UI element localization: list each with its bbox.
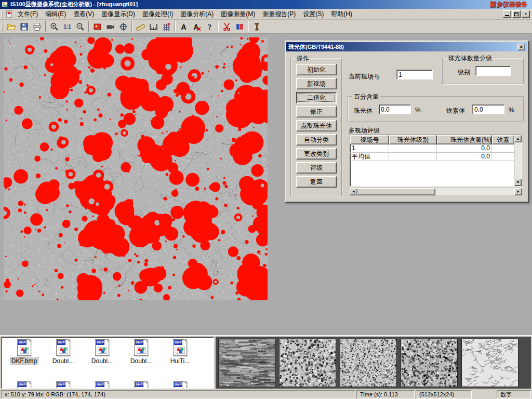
file-item[interactable]: BMP: [44, 381, 83, 389]
zoom-in-button[interactable]: [48, 21, 60, 33]
multiview-label: 多视场评级: [349, 126, 380, 135]
zoom-out-button[interactable]: [74, 21, 86, 33]
workspace: 珠光体(GB/T9441-88) × 操作 初始化 新视场 二值化 修正 点取珠…: [0, 34, 532, 335]
new-field-button[interactable]: 新视场: [296, 78, 337, 89]
table-vscrollbar[interactable]: ▲ ▼: [514, 135, 522, 186]
toolbar-grip[interactable]: [2, 23, 3, 31]
header-field-no[interactable]: 视场号: [350, 135, 389, 144]
document-icon[interactable]: [6, 10, 13, 18]
table-row[interactable]: 平均值 0.0: [350, 153, 514, 161]
text-style-button[interactable]: A: [191, 21, 203, 33]
dialog-close-button[interactable]: ×: [517, 44, 525, 50]
open-button[interactable]: [5, 21, 17, 33]
compare-icon: [235, 22, 244, 31]
thumbnail-1[interactable]: [218, 339, 275, 387]
grade-button[interactable]: 评级: [296, 162, 337, 174]
file-item[interactable]: BMP: [161, 381, 200, 389]
grid-button[interactable]: [161, 21, 172, 33]
file-item[interactable]: BMP Doubl...: [122, 339, 161, 365]
header-pearlite-grade[interactable]: 珠光体级别: [389, 135, 437, 144]
file-name[interactable]: HuiTi...: [169, 357, 191, 365]
scroll-right-icon[interactable]: ►: [514, 188, 522, 195]
menu-help[interactable]: 帮助(H): [327, 9, 356, 20]
hscroll-thumb[interactable]: [357, 188, 435, 195]
header-ferrite[interactable]: 铁素: [492, 135, 514, 144]
file-item[interactable]: BMP HuiTi...: [161, 339, 200, 365]
mdi-close-button[interactable]: ×: [522, 10, 530, 18]
text-label-button[interactable]: A: [178, 21, 190, 33]
header-pearlite-content[interactable]: 珠光体含量(%): [437, 135, 492, 144]
svg-text:?: ?: [208, 22, 211, 31]
file-item[interactable]: BMP Doubl...: [83, 339, 122, 365]
menu-settings[interactable]: 设置(S): [299, 9, 327, 20]
statusbar: x: 510 y: 79 idx: 0 RGB: (174, 174, 174)…: [0, 390, 532, 399]
save-button[interactable]: [18, 21, 30, 33]
current-view-input[interactable]: [396, 70, 433, 79]
caliper-button[interactable]: [148, 21, 159, 33]
menu-image-measure[interactable]: 图像测量(M): [217, 9, 259, 20]
change-class-button[interactable]: 更改类别: [296, 148, 337, 159]
menu-file[interactable]: 文件(F): [14, 9, 42, 20]
zoom-in-icon: [50, 22, 59, 31]
bmp-label: BMP: [96, 382, 104, 387]
overlay-button[interactable]: [91, 21, 103, 33]
save-icon: [20, 22, 29, 31]
table-row[interactable]: 1 0.0: [350, 144, 514, 153]
compare-button[interactable]: [234, 21, 246, 33]
file-item[interactable]: BMP DKF.bmp: [5, 339, 44, 365]
actual-size-button[interactable]: 1:1: [61, 21, 73, 33]
dialog-title: 珠光体(GB/T9441-88): [288, 43, 344, 51]
correct-button[interactable]: 修正: [296, 106, 337, 117]
watermark-text: 新乡仪器设备: [490, 0, 530, 9]
bmp-file-icon: BMP: [134, 339, 148, 356]
return-button[interactable]: 返回: [296, 176, 337, 188]
pearlite-percent-input[interactable]: [379, 104, 411, 114]
binarize-dialog-button[interactable]: 二值化: [296, 92, 337, 103]
dialog-titlebar[interactable]: 珠光体(GB/T9441-88) ×: [286, 42, 527, 51]
file-name[interactable]: Doubl...: [129, 357, 153, 365]
metallograph-image[interactable]: [4, 37, 268, 300]
help-button[interactable]: ?: [204, 21, 216, 33]
table-hscrollbar[interactable]: ◄ ►: [350, 188, 522, 195]
scissors-icon: [222, 22, 231, 31]
menu-view[interactable]: 查看(V): [70, 9, 98, 20]
vscroll-track[interactable]: [514, 142, 522, 179]
grade-input[interactable]: [475, 66, 511, 76]
binarize-button[interactable]: [221, 21, 233, 33]
scroll-left-icon[interactable]: ◄: [350, 188, 357, 195]
menu-image-process[interactable]: 图像处理(I): [139, 9, 177, 20]
init-button[interactable]: 初始化: [296, 64, 337, 75]
thumbnail-4[interactable]: [401, 339, 458, 387]
bmp-label: BMP: [57, 340, 65, 345]
thumbnail-2[interactable]: [279, 339, 336, 387]
toolbar-separator: [248, 21, 249, 32]
scroll-up-icon[interactable]: ▲: [514, 135, 522, 142]
menu-image-analysis[interactable]: 图像分析(A): [177, 9, 217, 20]
ferrite-percent-input[interactable]: [472, 104, 504, 114]
auto-classify-button[interactable]: 自动分类: [296, 134, 337, 145]
file-item[interactable]: BMP: [83, 381, 122, 389]
file-item[interactable]: BMP Doubl...: [44, 339, 83, 365]
file-item[interactable]: BMP: [122, 381, 161, 389]
hscroll-track[interactable]: [435, 188, 514, 195]
file-row: BMP DKF.bmp BMP Doubl... BMP Doubl... BM…: [5, 339, 214, 365]
probe-button[interactable]: [251, 21, 263, 33]
menu-image-display[interactable]: 图像显示(D): [98, 9, 139, 20]
ruler-button[interactable]: [135, 21, 147, 33]
file-name[interactable]: DKF.bmp: [10, 357, 38, 365]
thumbnail-3[interactable]: [340, 339, 397, 387]
video-button[interactable]: [104, 21, 116, 33]
pick-pearlite-button[interactable]: 点取珠光体: [296, 120, 337, 131]
mdi-minimize-button[interactable]: [503, 10, 511, 18]
menu-edit[interactable]: 编辑(E): [42, 9, 70, 20]
menu-report[interactable]: 测量报告(P): [259, 9, 299, 20]
mdi-restore-button[interactable]: [512, 10, 521, 18]
file-name[interactable]: Doubl...: [51, 357, 75, 365]
menubar-grip[interactable]: [2, 10, 3, 18]
file-name[interactable]: Doubl...: [90, 357, 114, 365]
capture-button[interactable]: [117, 21, 129, 33]
thumbnail-5[interactable]: [461, 339, 518, 387]
file-item[interactable]: BMP: [5, 381, 44, 389]
print-button[interactable]: [31, 21, 43, 33]
scroll-down-icon[interactable]: ▼: [514, 179, 522, 186]
